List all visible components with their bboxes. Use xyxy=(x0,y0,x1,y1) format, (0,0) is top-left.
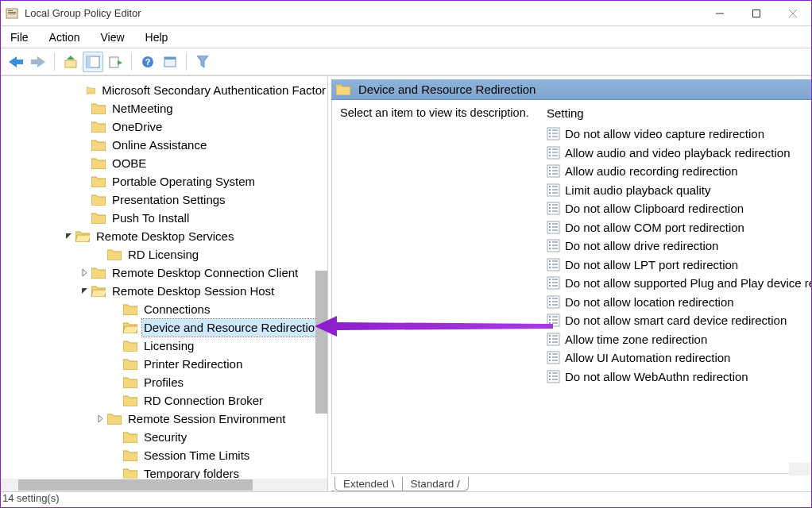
tree-item-label[interactable]: Push To Install xyxy=(110,210,191,227)
vertical-scrollbar-thumb[interactable] xyxy=(315,271,327,414)
tree-item-label[interactable]: Connections xyxy=(142,301,211,318)
setting-item[interactable]: Allow audio recording redirection xyxy=(547,162,811,181)
svg-marker-11 xyxy=(67,56,75,60)
setting-item[interactable]: Do not allow smart card device redirecti… xyxy=(547,311,811,330)
tree-item[interactable]: Printer Redirection xyxy=(1,355,327,373)
tab-extended[interactable]: Extended xyxy=(343,478,389,490)
svg-marker-34 xyxy=(91,268,106,279)
horizontal-scrollbar-left[interactable] xyxy=(1,479,327,491)
setting-item[interactable]: Limit audio playback quality xyxy=(547,181,811,200)
tree-item[interactable]: Device and Resource Redirection xyxy=(1,318,327,337)
description-text: Select an item to view its description. xyxy=(340,106,539,119)
tree-item[interactable]: Remote Desktop Session Host xyxy=(1,282,327,300)
svg-point-127 xyxy=(549,322,551,324)
details-body: Select an item to view its description. … xyxy=(331,100,811,474)
expander-open-icon[interactable] xyxy=(63,228,74,245)
svg-point-118 xyxy=(549,301,551,302)
tree-item-label[interactable]: Portable Operating System xyxy=(110,173,257,190)
folder-icon xyxy=(91,157,106,169)
tree-scroll[interactable]: Microsoft Secondary Authentication Facto… xyxy=(1,76,327,479)
tab-standard[interactable]: Standard xyxy=(411,478,454,490)
tree-item-label[interactable]: Profiles xyxy=(142,374,185,391)
menu-file[interactable]: File xyxy=(7,29,38,45)
maximize-button[interactable] xyxy=(738,1,775,26)
tree-item-label[interactable]: RD Connection Broker xyxy=(142,392,265,410)
tree-item-label[interactable]: Device and Resource Redirection xyxy=(142,319,323,337)
setting-item[interactable]: Allow time zone redirection xyxy=(547,330,811,349)
export-button[interactable] xyxy=(105,52,126,72)
tree-item[interactable]: Licensing xyxy=(1,337,327,355)
tree-item[interactable]: Session Time Limits xyxy=(1,446,327,464)
setting-label: Do not allow supported Plug and Play dev… xyxy=(565,276,811,290)
expander-closed-icon[interactable] xyxy=(79,264,90,282)
tree-item[interactable]: Security xyxy=(1,428,327,446)
svg-marker-29 xyxy=(66,233,72,239)
close-button[interactable] xyxy=(775,1,811,26)
setting-item[interactable]: Do not allow LPT port redirection xyxy=(547,256,811,275)
settings-list: Do not allow video capture redirectionAl… xyxy=(547,125,811,386)
tree-item-label[interactable]: RD Licensing xyxy=(126,246,200,264)
setting-item[interactable]: Do not allow COM port redirection xyxy=(547,218,811,237)
tree-item-label[interactable]: Temporary folders xyxy=(142,465,241,479)
svg-rect-14 xyxy=(110,57,118,67)
setting-label: Do not allow Clipboard redirection xyxy=(565,202,744,215)
tree-item-label[interactable]: Remote Session Environment xyxy=(126,410,287,428)
setting-item[interactable]: Allow audio and video playback redirecti… xyxy=(547,144,811,163)
tree-item-label[interactable]: Printer Redirection xyxy=(142,356,244,373)
tree-item[interactable]: OOBE xyxy=(1,154,327,172)
tree-item[interactable]: Remote Desktop Services xyxy=(1,227,327,245)
properties-button[interactable] xyxy=(160,52,180,72)
tree-item-label[interactable]: OOBE xyxy=(110,155,148,172)
back-button[interactable] xyxy=(6,52,26,72)
minimize-button[interactable] xyxy=(702,1,738,26)
settings-column-header[interactable]: Setting xyxy=(547,105,811,125)
tree-item[interactable]: Connections xyxy=(1,300,327,318)
forward-button[interactable] xyxy=(28,52,48,72)
tree-item[interactable]: Remote Session Environment xyxy=(1,410,327,428)
setting-item[interactable]: Do not allow Clipboard redirection xyxy=(547,199,811,218)
setting-item[interactable]: Do not allow video capture redirection xyxy=(547,125,811,144)
tree-item-label[interactable]: Remote Desktop Services xyxy=(95,228,235,245)
tree-item-label[interactable]: Online Assistance xyxy=(110,137,208,154)
tree-item[interactable]: Remote Desktop Connection Client xyxy=(1,264,327,282)
tree-item-label[interactable]: Licensing xyxy=(142,337,195,355)
tree-item[interactable]: RD Licensing xyxy=(1,245,327,264)
setting-item[interactable]: Do not allow supported Plug and Play dev… xyxy=(547,274,811,293)
tree-item-label[interactable]: Presentation Settings xyxy=(110,191,227,209)
svg-point-78 xyxy=(549,192,551,194)
tree-item-label[interactable]: NetMeeting xyxy=(110,100,175,117)
tree-item-label[interactable]: Security xyxy=(142,429,188,446)
filter-button[interactable] xyxy=(192,52,213,72)
tree-item-label[interactable]: Microsoft Secondary Authentication Facto… xyxy=(100,82,327,99)
tree-item[interactable]: NetMeeting xyxy=(1,99,327,117)
tree-item-label[interactable]: Remote Desktop Session Host xyxy=(110,283,276,300)
help-button[interactable]: ? xyxy=(137,52,158,72)
menu-action[interactable]: Action xyxy=(46,29,90,45)
menu-help[interactable]: Help xyxy=(142,29,178,45)
expander-open-icon[interactable] xyxy=(79,283,90,300)
expander-closed-icon[interactable] xyxy=(95,410,106,428)
toolbar-separator-2 xyxy=(131,53,132,71)
svg-marker-48 xyxy=(123,451,137,461)
tree-item[interactable]: Online Assistance xyxy=(1,136,327,154)
up-button[interactable] xyxy=(60,52,81,72)
menu-view[interactable]: View xyxy=(97,29,133,45)
tree-item[interactable]: Portable Operating System xyxy=(1,172,327,190)
setting-item[interactable]: Do not allow WebAuthn redirection xyxy=(547,368,811,387)
setting-item[interactable]: Do not allow drive redirection xyxy=(547,237,811,256)
tree-item[interactable]: Presentation Settings xyxy=(1,190,327,209)
setting-item[interactable]: Do not allow location redirection xyxy=(547,293,811,312)
tree-item[interactable]: Profiles xyxy=(1,373,327,391)
tree-item-label[interactable]: Session Time Limits xyxy=(142,447,251,464)
horizontal-scroll-thumb[interactable] xyxy=(18,479,253,491)
tree-item-label[interactable]: Remote Desktop Connection Client xyxy=(110,264,300,282)
svg-marker-35 xyxy=(82,288,87,294)
tree-item[interactable]: Microsoft Secondary Authentication Facto… xyxy=(1,81,327,99)
show-hide-tree-button[interactable] xyxy=(83,52,103,72)
tree-item[interactable]: Push To Install xyxy=(1,209,327,227)
tree-item[interactable]: Temporary folders xyxy=(1,464,327,479)
tree-item[interactable]: RD Connection Broker xyxy=(1,391,327,410)
setting-item[interactable]: Allow UI Automation redirection xyxy=(547,348,811,368)
tree-item-label[interactable]: OneDrive xyxy=(110,118,164,136)
tree-item[interactable]: OneDrive xyxy=(1,117,327,136)
